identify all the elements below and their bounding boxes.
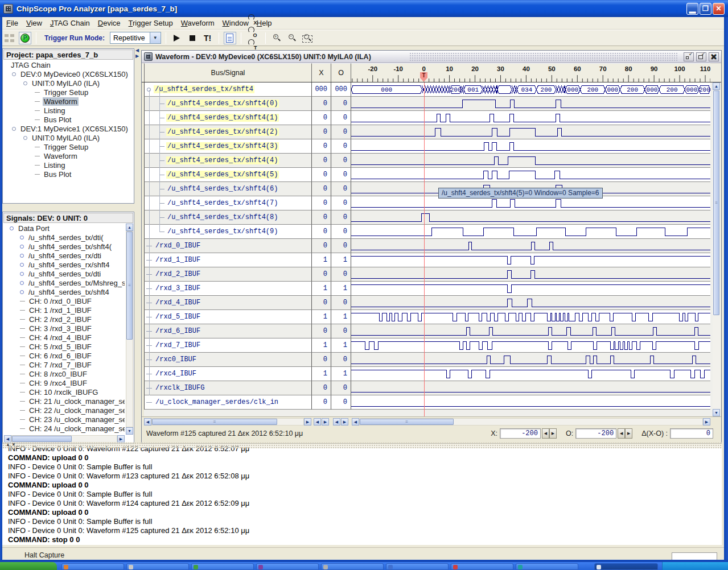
tree-expand-knob-icon[interactable] [23,81,27,85]
trigger-immediate-button[interactable]: T! [201,32,214,44]
waveform-plot[interactable] [351,310,710,324]
signal-u-shft4-serdes-rx-dti[interactable]: /u_shft4_serdes_rx/dti [3,251,125,260]
waveform-plot[interactable] [351,282,710,296]
name-hscroll-thumb[interactable]: ≡ [152,419,277,425]
o-col-scroll-left[interactable]: ◀ [333,418,340,426]
o-cursor-decrement[interactable]: ◀ [618,428,625,439]
tree-expand-knob-icon[interactable] [12,72,16,76]
maximize-button[interactable]: ❐ [700,3,711,15]
tree-expand-knob-icon[interactable] [10,226,14,230]
waveform-plot[interactable] [351,324,710,338]
signal-row[interactable]: /rxd_7_IBUF11 [144,338,719,353]
signal-name[interactable]: /rxd_5_IBUF [154,313,201,321]
wave-scroll-up[interactable]: ▲ [713,82,720,90]
column-header-bus-signal[interactable]: Bus/Signal [144,63,312,82]
signal-row[interactable]: /u_shft4_serdes_tx/shft4(6)00 [144,182,719,196]
taskbar-button[interactable] [191,563,254,570]
signal-row[interactable]: /u_shft4_serdes_tx/shft4(1)00 [144,111,719,125]
collapse-left-icon[interactable]: ◀ [135,48,139,53]
tree-expand-knob-icon[interactable] [20,245,24,249]
panel-splitter[interactable]: ◀ ▶ [134,46,141,444]
tree-expand-knob-icon[interactable] [20,281,24,285]
signal-name[interactable]: /u_clock_manager_serdes/clk_in [154,398,279,406]
project-item-unit-0-myila0-ila[interactable]: UNIT:0 MyILA0 (ILA) [3,79,134,88]
tree-expand-knob-icon[interactable] [20,254,24,258]
signal-row[interactable]: /u_shft4_serdes_tx/shft4(8)00 [144,210,719,225]
signal-ch-21-u-clock-manager-serd[interactable]: CH: 21 /u_clock_manager_serd [3,396,125,406]
menu-item-waveform[interactable]: Waveform [177,18,219,28]
signal-name[interactable]: /u_shft4_serdes_tx/shft4(2) [166,128,279,136]
signal-ch-22-u-clock-manager-serd[interactable]: CH: 22 /u_clock_manager_serd [3,406,125,415]
waveform-plot[interactable] [351,111,710,125]
signal-row[interactable]: /rxd_2_IBUF00 [144,267,719,282]
signal-row[interactable]: /u_shft4_serdes_tx/shft4(0)00 [144,97,719,111]
signal-name[interactable]: /u_shft4_serdes_tx/shft4(8) [166,213,279,221]
signal-ch-4-rxd-4-ibuf[interactable]: CH: 4 /rxd_4_IBUF [3,333,125,342]
menu-item-view[interactable]: View [22,18,46,28]
open-cable-button[interactable]: P [19,32,31,44]
zoom-out-button[interactable]: − [286,32,298,44]
signal-name[interactable]: /rxd_3_IBUF [154,284,201,292]
tree-expand-knob-icon[interactable] [12,127,16,131]
project-item-listing[interactable]: Listing [3,160,134,170]
goto-t-marker-button[interactable]: T [246,38,258,51]
signal-row[interactable]: /rxd_5_IBUF11 [144,310,719,324]
x-cursor-field[interactable]: -200 [500,428,541,439]
signals-scroll-up[interactable]: ▲ [126,224,133,231]
waveform-plot[interactable] [351,239,710,253]
waveform-plot[interactable] [351,338,710,353]
signal-name[interactable]: /u_shft4_serdes_tx/shft4(7) [166,199,279,207]
run-trigger-button[interactable] [171,32,183,44]
tree-expand-knob-icon[interactable] [20,236,24,239]
title-bar[interactable]: ChipScope Pro Analyzer [papa_serdes_7_b]… [0,0,728,17]
signal-row[interactable]: /rxd_6_IBUF00 [144,324,719,338]
waveform-plot[interactable] [351,154,710,168]
menu-item-trigger-setup[interactable]: Trigger Setup [125,18,177,28]
console-splitter[interactable]: ▲▼ [0,442,722,448]
signal-data-port[interactable]: Data Port [3,224,125,233]
x-cursor-decrement[interactable]: ◀ [542,428,549,439]
signal-ch-8-rxc0-ibuf[interactable]: CH: 8 /rxc0_IBUF [3,369,125,378]
signal-row[interactable]: /u_shft4_serdes_tx/shft4(2)00 [144,125,719,139]
taskbar-button[interactable] [516,563,578,570]
signal-row[interactable]: /u_clock_manager_serdes/clk_in00 [144,395,719,410]
taskbar-button-active[interactable] [594,563,658,570]
column-header-x[interactable]: X [312,63,331,82]
signal-name[interactable]: /u_shft4_serdes_tx/shft4(3) [166,142,279,150]
project-item-bus-plot[interactable]: Bus Plot [3,115,134,124]
waveform-plot[interactable] [351,296,710,310]
listing-button[interactable] [224,32,236,44]
start-button[interactable] [0,562,57,570]
signal-row[interactable]: /rxc4_IBUF11 [144,367,719,381]
signal-row[interactable]: /rxd_4_IBUF00 [144,296,719,310]
waveform-plot[interactable] [351,253,710,267]
waveform-plot[interactable] [351,139,710,154]
project-item-waveform[interactable]: Waveform [3,97,134,106]
signal-u-shft4-serdes-tx-shft4[interactable]: /u_shft4_serdes_tx/shft4( [3,242,125,251]
project-item-unit-0-myila0-ila[interactable]: UNIT:0 MyILA0 (ILA) [3,133,134,142]
menu-item-file[interactable]: File [2,18,22,28]
taskbar-button[interactable] [321,563,384,570]
signal-row[interactable]: /rxd_3_IBUF11 [144,282,719,296]
signal-name[interactable]: /rxd_1_IBUF [154,256,201,264]
waveform-plot[interactable] [351,395,710,410]
x-cursor-increment[interactable]: ▶ [549,428,557,439]
signal-ch-6-rxd-6-ibuf[interactable]: CH: 6 /rxd_6_IBUF [3,351,125,360]
signal-name[interactable]: /rxclk_IBUFG [154,384,205,392]
taskbar-button[interactable] [61,563,124,570]
taskbar-button[interactable] [126,563,189,570]
x-col-scroll-right[interactable]: ▶ [322,418,329,426]
zoom-in-button[interactable]: ＋ [270,32,283,44]
signal-name[interactable]: /u_shft4_serdes_tx/shft4(4) [166,156,279,164]
goto-o-marker-button[interactable]: O [246,26,258,38]
waveform-window-titlebar[interactable]: Waveform - DEV:0 MyDevice0 (XC6SLX150) U… [142,51,721,63]
signal-name[interactable]: /u_shft4_serdes_tx/shft4(5) [166,171,279,179]
signal-ch-1-rxd-1-ibuf[interactable]: CH: 1 /rxd_1_IBUF [3,305,125,315]
o-cursor-increment[interactable]: ▶ [625,428,632,439]
waveform-plot[interactable] [351,367,710,381]
internal-minimize-button[interactable]: ↙ [684,52,694,61]
chevron-down-icon[interactable]: ▼ [150,32,161,43]
signal-name[interactable]: /rxd_6_IBUF [154,327,201,335]
signal-name[interactable]: /rxd_4_IBUF [154,299,201,307]
taskbar-button[interactable] [451,563,513,570]
